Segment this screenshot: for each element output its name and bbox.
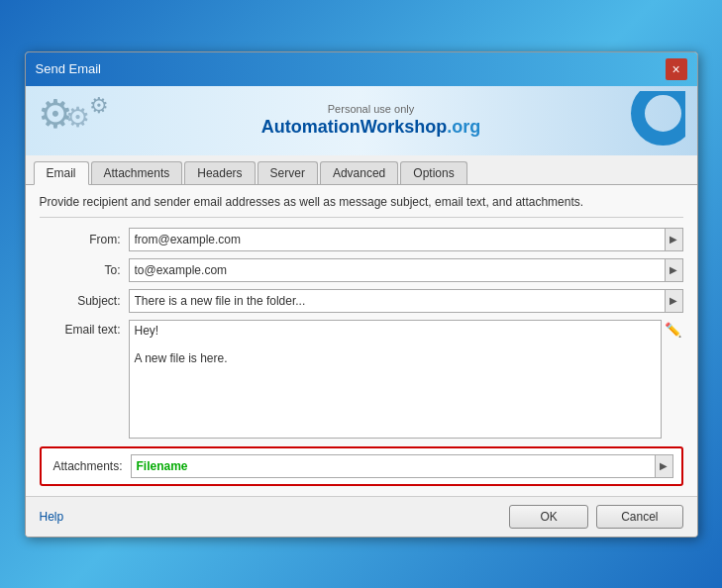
content-area: Provide recipient and sender email addre… — [26, 185, 697, 496]
description-text: Provide recipient and sender email addre… — [40, 195, 683, 218]
subject-label: Subject: — [40, 294, 129, 308]
automation-workshop-text: AutomationWorkshop — [261, 117, 448, 137]
tab-advanced[interactable]: Advanced — [320, 161, 398, 184]
close-button[interactable]: × — [666, 58, 687, 80]
subject-row: Subject: ▶ — [40, 289, 683, 313]
at-circle — [631, 91, 685, 146]
to-arrow-button[interactable]: ▶ — [666, 258, 683, 282]
email-text-field[interactable]: Hey! A new file is here. — [129, 320, 662, 439]
attachments-field[interactable] — [131, 454, 656, 478]
from-label: From: — [40, 233, 129, 246]
tab-attachments[interactable]: Attachments — [91, 161, 183, 184]
title-bar: Send Email × — [26, 52, 697, 86]
to-label: To: — [40, 263, 129, 277]
attachments-arrow-button[interactable]: ▶ — [656, 454, 673, 478]
to-row: To: ▶ — [40, 258, 683, 282]
at-logo — [616, 91, 685, 150]
from-input-wrap: ▶ — [129, 228, 683, 251]
email-text-row: Email text: Hey! A new file is here. ✏️ — [40, 320, 683, 439]
from-arrow-button[interactable]: ▶ — [666, 228, 683, 251]
footer: Help OK Cancel — [26, 496, 697, 537]
edit-icon-area: ✏️ — [664, 320, 683, 340]
tab-headers[interactable]: Headers — [184, 161, 255, 184]
subject-input-wrap: ▶ — [129, 289, 683, 313]
tab-server[interactable]: Server — [258, 161, 318, 184]
gear-icon-medium: ⚙ — [65, 101, 90, 134]
email-text-label: Email text: — [40, 320, 129, 337]
help-link[interactable]: Help — [40, 510, 64, 524]
brand-name: AutomationWorkshop.org — [261, 117, 481, 137]
attachments-section: Attachments: ▶ — [40, 446, 683, 486]
from-field[interactable] — [129, 228, 666, 251]
to-input-wrap: ▶ — [129, 258, 683, 282]
subject-field[interactable] — [129, 289, 666, 313]
gear-area: ⚙ ⚙ ⚙ — [38, 91, 127, 150]
org-text: .org — [447, 117, 480, 137]
edit-icon[interactable]: ✏️ — [664, 320, 683, 340]
tabs-bar: Email Attachments Headers Server Advance… — [26, 155, 697, 185]
dialog-title: Send Email — [36, 61, 101, 76]
gear-icon-small: ⚙ — [89, 93, 109, 119]
header-banner: ⚙ ⚙ ⚙ Personal use only AutomationWorksh… — [26, 86, 697, 155]
to-field[interactable] — [129, 258, 666, 282]
personal-use-label: Personal use only — [127, 103, 616, 115]
ok-button[interactable]: OK — [509, 505, 588, 529]
send-email-dialog: Send Email × ⚙ ⚙ ⚙ Personal use only Aut… — [25, 51, 698, 538]
tab-email[interactable]: Email — [34, 161, 89, 185]
brand-text: Personal use only AutomationWorkshop.org — [127, 103, 616, 138]
email-text-wrap: Hey! A new file is here. ✏️ — [129, 320, 683, 439]
cancel-button[interactable]: Cancel — [596, 505, 682, 529]
from-row: From: ▶ — [40, 228, 683, 251]
attachments-label: Attachments: — [50, 459, 131, 473]
subject-arrow-button[interactable]: ▶ — [666, 289, 683, 313]
footer-buttons: OK Cancel — [509, 505, 682, 529]
tab-options[interactable]: Options — [400, 161, 466, 184]
